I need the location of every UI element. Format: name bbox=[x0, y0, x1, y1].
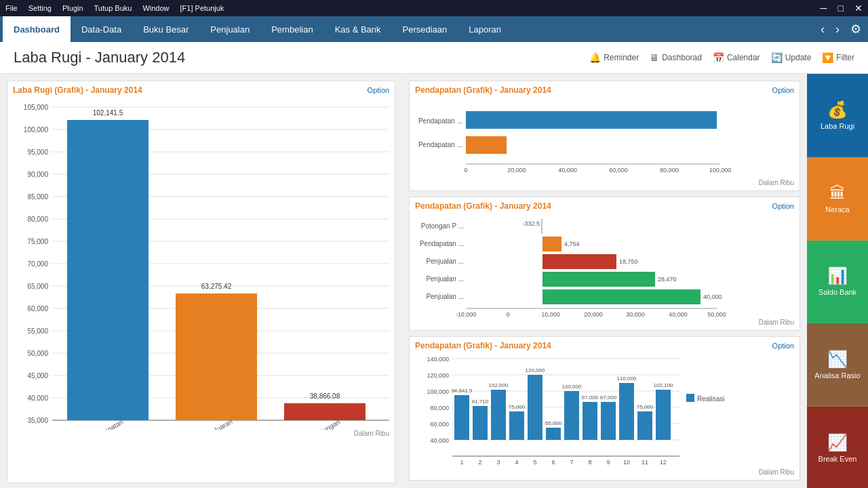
sidebar-neraca[interactable]: 🏛 Neraca bbox=[807, 157, 868, 241]
svg-rect-31 bbox=[67, 120, 149, 420]
mid-right-chart-option[interactable]: Option bbox=[772, 202, 794, 210]
left-bar-chart: 105,000 100,000 95,000 90,000 85,000 80,… bbox=[13, 98, 389, 430]
update-icon: 🔄 bbox=[771, 52, 783, 63]
reminder-btn[interactable]: 🔔 Reminder bbox=[589, 52, 639, 63]
svg-text:80,000: 80,000 bbox=[430, 405, 449, 411]
svg-text:70,000: 70,000 bbox=[27, 260, 48, 268]
svg-text:80,000: 80,000 bbox=[660, 167, 679, 174]
svg-text:60,000: 60,000 bbox=[609, 167, 628, 174]
svg-text:45,000: 45,000 bbox=[27, 372, 48, 380]
svg-text:87,000: 87,000 bbox=[600, 394, 617, 401]
svg-text:0: 0 bbox=[464, 167, 467, 174]
mid-right-chart: Pendapatan (Grafik) - January 2014 Optio… bbox=[409, 197, 800, 331]
svg-rect-43 bbox=[466, 136, 507, 154]
svg-text:18,750: 18,750 bbox=[619, 258, 638, 265]
calendar-btn[interactable]: 📅 Calendar bbox=[713, 52, 760, 63]
top-right-dalam-ribu: Dalam Ribu bbox=[415, 179, 794, 186]
menu-setting[interactable]: Setting bbox=[28, 4, 52, 12]
svg-text:63,275.42: 63,275.42 bbox=[201, 283, 232, 290]
svg-text:75,000: 75,000 bbox=[27, 238, 48, 245]
saldo-bank-icon: 📊 bbox=[827, 266, 848, 285]
svg-text:1: 1 bbox=[460, 459, 463, 466]
reminder-icon: 🔔 bbox=[589, 52, 601, 63]
analisa-rasio-icon: 📉 bbox=[827, 350, 848, 369]
nav-laporan[interactable]: Laporan bbox=[458, 16, 512, 42]
nav-settings-btn[interactable]: ⚙ bbox=[846, 19, 865, 39]
svg-text:120,000: 120,000 bbox=[526, 367, 545, 373]
break-even-icon: 📈 bbox=[827, 433, 848, 452]
svg-text:7: 7 bbox=[570, 459, 573, 466]
menu-tutup-buku[interactable]: Tutup Buku bbox=[94, 4, 132, 12]
sidebar-analisa-rasio[interactable]: 📉 Analisa Rasio bbox=[807, 323, 868, 407]
svg-text:87,000: 87,000 bbox=[582, 394, 599, 401]
filter-btn[interactable]: 🔽 Filter bbox=[822, 52, 854, 63]
minimize-btn[interactable]: ─ bbox=[821, 3, 827, 14]
nav-data-data[interactable]: Data-Data bbox=[71, 16, 132, 42]
nav-kas-bank[interactable]: Kas & Bank bbox=[324, 16, 392, 42]
nav-penjualan[interactable]: Penjualan bbox=[199, 16, 260, 42]
bottom-right-chart-option[interactable]: Option bbox=[772, 342, 794, 350]
maximize-btn[interactable]: □ bbox=[838, 3, 844, 14]
sidebar-saldo-bank[interactable]: 📊 Saldo Bank bbox=[807, 241, 868, 324]
left-chart-dalam-ribu: Dalam Ribu bbox=[13, 430, 389, 437]
nav-back-btn[interactable]: ‹ bbox=[816, 20, 829, 39]
svg-text:Pendapatan ...: Pendapatan ... bbox=[420, 240, 464, 247]
menu-petunjuk[interactable]: [F1] Petunjuk bbox=[180, 4, 224, 12]
svg-text:4,754: 4,754 bbox=[564, 241, 580, 247]
nav-dashboard[interactable]: Dashboard bbox=[3, 16, 71, 42]
svg-text:100,000: 100,000 bbox=[24, 126, 49, 134]
left-panel: Laba Rugi (Grafik) - January 2014 Option… bbox=[0, 74, 402, 488]
left-chart-option[interactable]: Option bbox=[368, 86, 389, 94]
svg-text:Penjualan ...: Penjualan ... bbox=[426, 275, 464, 283]
svg-text:38,866.08: 38,866.08 bbox=[310, 392, 340, 400]
nav-buku-besar[interactable]: Buku Besar bbox=[132, 16, 199, 42]
svg-rect-42 bbox=[466, 111, 717, 129]
charts-container: Pendapatan (Grafik) - January 2014 Optio… bbox=[402, 74, 807, 488]
dashboard-icon: 🖥 bbox=[650, 52, 659, 63]
top-right-chart-option[interactable]: Option bbox=[772, 86, 794, 94]
nav-persediaan[interactable]: Persediaan bbox=[392, 16, 458, 42]
svg-text:3: 3 bbox=[496, 459, 500, 466]
svg-text:100,000: 100,000 bbox=[427, 388, 449, 395]
dashboard-btn[interactable]: 🖥 Dashborad bbox=[650, 52, 702, 63]
bottom-right-chart: Pendapatan (Grafik) - January 2014 Optio… bbox=[409, 336, 800, 481]
svg-text:40,000: 40,000 bbox=[558, 167, 577, 174]
svg-text:35,000: 35,000 bbox=[27, 417, 48, 424]
svg-rect-103 bbox=[601, 402, 616, 440]
close-btn[interactable]: ✕ bbox=[854, 3, 863, 14]
svg-text:81,710: 81,710 bbox=[472, 399, 489, 405]
svg-text:60,000: 60,000 bbox=[430, 421, 449, 428]
sidebar-laba-rugi[interactable]: 💰 Laba Rugi bbox=[807, 74, 868, 157]
svg-text:5: 5 bbox=[533, 459, 536, 466]
dashboard-label: Dashborad bbox=[662, 53, 702, 62]
svg-rect-56 bbox=[541, 219, 542, 234]
svg-text:75,000: 75,000 bbox=[637, 404, 654, 410]
filter-label: Filter bbox=[836, 53, 854, 62]
svg-rect-97 bbox=[546, 428, 561, 440]
sidebar-laba-rugi-label: Laba Rugi bbox=[821, 122, 854, 130]
menu-plugin[interactable]: Plugin bbox=[62, 4, 83, 12]
mid-right-bar-chart: Potongan P ... Pendapatan ... Penjualan … bbox=[415, 214, 741, 319]
sidebar-break-even[interactable]: 📈 Break Even bbox=[807, 407, 868, 488]
calendar-icon: 📅 bbox=[713, 52, 724, 63]
nav-bar: Dashboard Data-Data Buku Besar Penjualan… bbox=[0, 16, 868, 42]
svg-rect-109 bbox=[656, 390, 671, 440]
svg-rect-105 bbox=[619, 383, 634, 440]
svg-text:55,000: 55,000 bbox=[27, 327, 48, 335]
filter-icon: 🔽 bbox=[822, 52, 833, 63]
svg-rect-62 bbox=[542, 272, 655, 287]
svg-text:105,000: 105,000 bbox=[24, 104, 49, 111]
svg-text:80,000: 80,000 bbox=[27, 216, 48, 223]
svg-text:85,000: 85,000 bbox=[27, 193, 48, 201]
update-btn[interactable]: 🔄 Update bbox=[771, 52, 812, 63]
menu-window[interactable]: Window bbox=[142, 4, 169, 12]
svg-text:12: 12 bbox=[660, 459, 667, 466]
svg-text:Pendapatan ...: Pendapatan ... bbox=[418, 117, 462, 125]
nav-forward-btn[interactable]: › bbox=[831, 20, 844, 39]
top-right-chart: Pendapatan (Grafik) - January 2014 Optio… bbox=[409, 81, 800, 191]
bottom-right-bar-chart: 140,000 120,000 100,000 80,000 60,000 40… bbox=[415, 353, 741, 468]
menu-file[interactable]: File bbox=[5, 4, 18, 12]
svg-rect-123 bbox=[686, 394, 694, 402]
nav-pembelian[interactable]: Pembelian bbox=[260, 16, 323, 42]
svg-rect-87 bbox=[454, 395, 469, 440]
